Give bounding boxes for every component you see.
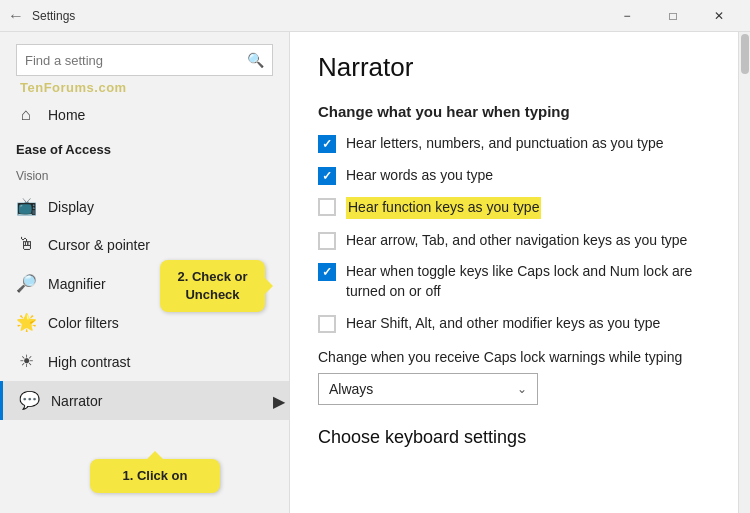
narrator-arrow-icon: ▶ xyxy=(273,391,285,410)
checkbox-row-6: Hear Shift, Alt, and other modifier keys… xyxy=(318,314,710,334)
sidebar-item-cursor[interactable]: 🖱 Cursor & pointer xyxy=(0,226,289,264)
click-on-bubble: 1. Click on xyxy=(90,459,220,493)
narrator-label: Narrator xyxy=(51,393,102,409)
page-title: Narrator xyxy=(318,52,710,83)
sidebar-item-display[interactable]: 📺 Display xyxy=(0,187,289,226)
sidebar-item-home[interactable]: ⌂ Home xyxy=(0,96,289,134)
home-label: Home xyxy=(48,107,85,123)
color-filters-label: Color filters xyxy=(48,315,119,331)
narrator-icon: 💬 xyxy=(19,390,39,411)
search-input[interactable] xyxy=(25,53,247,68)
search-box[interactable]: 🔍 xyxy=(16,44,273,76)
sidebar: TenForums.com 🔍 ⌂ Home Ease of Access Vi… xyxy=(0,32,290,513)
display-icon: 📺 xyxy=(16,196,36,217)
checkbox-2[interactable] xyxy=(318,167,336,185)
checkbox-3-label: Hear function keys as you type xyxy=(346,197,541,219)
section1-title: Change what you hear when typing xyxy=(318,103,710,120)
dropdown-label: Change when you receive Caps lock warnin… xyxy=(318,349,710,365)
sidebar-header: 🔍 xyxy=(0,32,289,96)
scrollbar-thumb[interactable] xyxy=(741,34,749,74)
cursor-label: Cursor & pointer xyxy=(48,237,150,253)
back-button[interactable]: ← xyxy=(8,7,24,25)
magnifier-label: Magnifier xyxy=(48,276,106,292)
magnifier-icon: 🔎 xyxy=(16,273,36,294)
minimize-button[interactable]: − xyxy=(604,0,650,32)
high-contrast-label: High contrast xyxy=(48,354,130,370)
ease-of-access-heading: Ease of Access xyxy=(0,134,289,161)
checkbox-row-3: Hear function keys as you type xyxy=(318,197,710,219)
checkbox-2-label: Hear words as you type xyxy=(346,166,493,186)
main-layout: TenForums.com 🔍 ⌂ Home Ease of Access Vi… xyxy=(0,32,750,513)
chevron-down-icon: ⌄ xyxy=(517,382,527,396)
checkbox-1[interactable] xyxy=(318,135,336,153)
search-icon: 🔍 xyxy=(247,52,264,68)
close-button[interactable]: ✕ xyxy=(696,0,742,32)
check-uncheck-bubble: 2. Check orUncheck xyxy=(160,260,265,312)
checkbox-3[interactable] xyxy=(318,198,336,216)
checkbox-row-2: Hear words as you type xyxy=(318,166,710,186)
section2-title: Choose keyboard settings xyxy=(318,427,710,448)
high-contrast-icon: ☀ xyxy=(16,351,36,372)
display-label: Display xyxy=(48,199,94,215)
checkbox-4-label: Hear arrow, Tab, and other navigation ke… xyxy=(346,231,687,251)
sidebar-item-narrator[interactable]: 💬 Narrator ▶ xyxy=(0,381,289,420)
checkbox-5[interactable] xyxy=(318,263,336,281)
checkbox-1-label: Hear letters, numbers, and punctuation a… xyxy=(346,134,664,154)
checkbox-row-1: Hear letters, numbers, and punctuation a… xyxy=(318,134,710,154)
color-filters-icon: 🌟 xyxy=(16,312,36,333)
content-area: Narrator Change what you hear when typin… xyxy=(290,32,738,513)
vision-section-label: Vision xyxy=(0,165,289,187)
checkbox-row-4: Hear arrow, Tab, and other navigation ke… xyxy=(318,231,710,251)
sidebar-item-high-contrast[interactable]: ☀ High contrast xyxy=(0,342,289,381)
checkbox-6-label: Hear Shift, Alt, and other modifier keys… xyxy=(346,314,660,334)
checkbox-4[interactable] xyxy=(318,232,336,250)
checkbox-5-label: Hear when toggle keys like Caps lock and… xyxy=(346,262,710,301)
checkbox-6[interactable] xyxy=(318,315,336,333)
maximize-button[interactable]: □ xyxy=(650,0,696,32)
window-title: Settings xyxy=(32,9,604,23)
cursor-icon: 🖱 xyxy=(16,235,36,255)
dropdown-value: Always xyxy=(329,381,373,397)
window-controls: − □ ✕ xyxy=(604,0,742,32)
always-dropdown[interactable]: Always ⌄ xyxy=(318,373,538,405)
titlebar: ← Settings − □ ✕ xyxy=(0,0,750,32)
scrollbar[interactable] xyxy=(738,32,750,513)
home-icon: ⌂ xyxy=(16,105,36,125)
checkbox-row-5: Hear when toggle keys like Caps lock and… xyxy=(318,262,710,301)
